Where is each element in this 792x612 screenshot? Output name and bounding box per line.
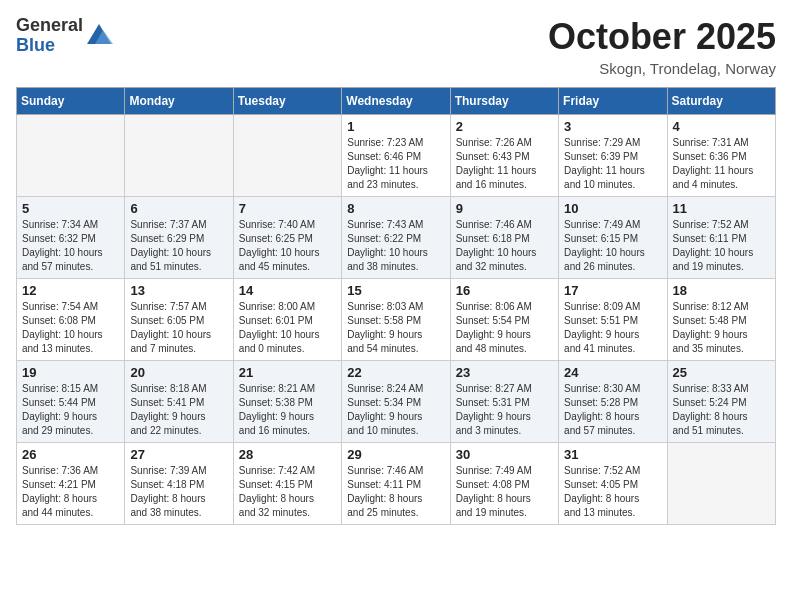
day-info: Sunrise: 8:12 AM Sunset: 5:48 PM Dayligh…	[673, 300, 770, 356]
calendar-cell: 22Sunrise: 8:24 AM Sunset: 5:34 PM Dayli…	[342, 361, 450, 443]
calendar-cell: 8Sunrise: 7:43 AM Sunset: 6:22 PM Daylig…	[342, 197, 450, 279]
calendar-cell: 21Sunrise: 8:21 AM Sunset: 5:38 PM Dayli…	[233, 361, 341, 443]
day-number: 15	[347, 283, 444, 298]
calendar-week-row: 1Sunrise: 7:23 AM Sunset: 6:46 PM Daylig…	[17, 115, 776, 197]
day-number: 17	[564, 283, 661, 298]
calendar-cell: 31Sunrise: 7:52 AM Sunset: 4:05 PM Dayli…	[559, 443, 667, 525]
day-number: 7	[239, 201, 336, 216]
day-info: Sunrise: 7:52 AM Sunset: 6:11 PM Dayligh…	[673, 218, 770, 274]
day-info: Sunrise: 7:29 AM Sunset: 6:39 PM Dayligh…	[564, 136, 661, 192]
logo-blue: Blue	[16, 36, 83, 56]
day-number: 2	[456, 119, 553, 134]
day-number: 21	[239, 365, 336, 380]
calendar-cell: 27Sunrise: 7:39 AM Sunset: 4:18 PM Dayli…	[125, 443, 233, 525]
day-number: 26	[22, 447, 119, 462]
calendar-week-row: 26Sunrise: 7:36 AM Sunset: 4:21 PM Dayli…	[17, 443, 776, 525]
calendar-week-row: 12Sunrise: 7:54 AM Sunset: 6:08 PM Dayli…	[17, 279, 776, 361]
calendar-table: SundayMondayTuesdayWednesdayThursdayFrid…	[16, 87, 776, 525]
day-info: Sunrise: 8:18 AM Sunset: 5:41 PM Dayligh…	[130, 382, 227, 438]
day-number: 27	[130, 447, 227, 462]
day-info: Sunrise: 8:24 AM Sunset: 5:34 PM Dayligh…	[347, 382, 444, 438]
calendar-cell: 30Sunrise: 7:49 AM Sunset: 4:08 PM Dayli…	[450, 443, 558, 525]
col-header-wednesday: Wednesday	[342, 88, 450, 115]
calendar-cell: 6Sunrise: 7:37 AM Sunset: 6:29 PM Daylig…	[125, 197, 233, 279]
day-number: 18	[673, 283, 770, 298]
day-number: 9	[456, 201, 553, 216]
logo-icon	[85, 22, 113, 50]
day-info: Sunrise: 7:42 AM Sunset: 4:15 PM Dayligh…	[239, 464, 336, 520]
day-info: Sunrise: 8:06 AM Sunset: 5:54 PM Dayligh…	[456, 300, 553, 356]
calendar-cell: 24Sunrise: 8:30 AM Sunset: 5:28 PM Dayli…	[559, 361, 667, 443]
calendar-cell	[667, 443, 775, 525]
calendar-cell: 18Sunrise: 8:12 AM Sunset: 5:48 PM Dayli…	[667, 279, 775, 361]
day-info: Sunrise: 7:40 AM Sunset: 6:25 PM Dayligh…	[239, 218, 336, 274]
day-info: Sunrise: 7:49 AM Sunset: 4:08 PM Dayligh…	[456, 464, 553, 520]
day-info: Sunrise: 8:21 AM Sunset: 5:38 PM Dayligh…	[239, 382, 336, 438]
day-number: 11	[673, 201, 770, 216]
day-number: 6	[130, 201, 227, 216]
day-number: 30	[456, 447, 553, 462]
calendar-cell: 7Sunrise: 7:40 AM Sunset: 6:25 PM Daylig…	[233, 197, 341, 279]
day-info: Sunrise: 7:31 AM Sunset: 6:36 PM Dayligh…	[673, 136, 770, 192]
day-number: 22	[347, 365, 444, 380]
calendar-cell: 17Sunrise: 8:09 AM Sunset: 5:51 PM Dayli…	[559, 279, 667, 361]
day-info: Sunrise: 8:30 AM Sunset: 5:28 PM Dayligh…	[564, 382, 661, 438]
logo: General Blue	[16, 16, 117, 56]
location-title: Skogn, Trondelag, Norway	[548, 60, 776, 77]
day-number: 12	[22, 283, 119, 298]
day-info: Sunrise: 8:09 AM Sunset: 5:51 PM Dayligh…	[564, 300, 661, 356]
day-info: Sunrise: 7:39 AM Sunset: 4:18 PM Dayligh…	[130, 464, 227, 520]
calendar-cell: 15Sunrise: 8:03 AM Sunset: 5:58 PM Dayli…	[342, 279, 450, 361]
day-info: Sunrise: 7:34 AM Sunset: 6:32 PM Dayligh…	[22, 218, 119, 274]
calendar-cell: 11Sunrise: 7:52 AM Sunset: 6:11 PM Dayli…	[667, 197, 775, 279]
title-block: October 2025 Skogn, Trondelag, Norway	[548, 16, 776, 77]
day-info: Sunrise: 7:57 AM Sunset: 6:05 PM Dayligh…	[130, 300, 227, 356]
month-title: October 2025	[548, 16, 776, 58]
calendar-cell: 12Sunrise: 7:54 AM Sunset: 6:08 PM Dayli…	[17, 279, 125, 361]
page-header: General Blue October 2025 Skogn, Trondel…	[16, 16, 776, 77]
day-number: 14	[239, 283, 336, 298]
day-info: Sunrise: 8:00 AM Sunset: 6:01 PM Dayligh…	[239, 300, 336, 356]
calendar-cell: 3Sunrise: 7:29 AM Sunset: 6:39 PM Daylig…	[559, 115, 667, 197]
day-number: 28	[239, 447, 336, 462]
day-info: Sunrise: 8:33 AM Sunset: 5:24 PM Dayligh…	[673, 382, 770, 438]
col-header-saturday: Saturday	[667, 88, 775, 115]
logo-general: General	[16, 16, 83, 36]
calendar-cell: 28Sunrise: 7:42 AM Sunset: 4:15 PM Dayli…	[233, 443, 341, 525]
calendar-cell: 5Sunrise: 7:34 AM Sunset: 6:32 PM Daylig…	[17, 197, 125, 279]
calendar-cell: 19Sunrise: 8:15 AM Sunset: 5:44 PM Dayli…	[17, 361, 125, 443]
calendar-header-row: SundayMondayTuesdayWednesdayThursdayFrid…	[17, 88, 776, 115]
calendar-cell: 16Sunrise: 8:06 AM Sunset: 5:54 PM Dayli…	[450, 279, 558, 361]
calendar-cell	[125, 115, 233, 197]
day-number: 24	[564, 365, 661, 380]
calendar-cell: 10Sunrise: 7:49 AM Sunset: 6:15 PM Dayli…	[559, 197, 667, 279]
day-info: Sunrise: 7:26 AM Sunset: 6:43 PM Dayligh…	[456, 136, 553, 192]
col-header-tuesday: Tuesday	[233, 88, 341, 115]
day-info: Sunrise: 7:46 AM Sunset: 6:18 PM Dayligh…	[456, 218, 553, 274]
day-number: 5	[22, 201, 119, 216]
day-number: 16	[456, 283, 553, 298]
day-info: Sunrise: 7:54 AM Sunset: 6:08 PM Dayligh…	[22, 300, 119, 356]
day-number: 31	[564, 447, 661, 462]
day-info: Sunrise: 7:52 AM Sunset: 4:05 PM Dayligh…	[564, 464, 661, 520]
calendar-cell: 14Sunrise: 8:00 AM Sunset: 6:01 PM Dayli…	[233, 279, 341, 361]
calendar-cell: 26Sunrise: 7:36 AM Sunset: 4:21 PM Dayli…	[17, 443, 125, 525]
day-info: Sunrise: 7:37 AM Sunset: 6:29 PM Dayligh…	[130, 218, 227, 274]
day-number: 8	[347, 201, 444, 216]
calendar-cell: 29Sunrise: 7:46 AM Sunset: 4:11 PM Dayli…	[342, 443, 450, 525]
col-header-monday: Monday	[125, 88, 233, 115]
calendar-cell: 23Sunrise: 8:27 AM Sunset: 5:31 PM Dayli…	[450, 361, 558, 443]
col-header-thursday: Thursday	[450, 88, 558, 115]
day-number: 10	[564, 201, 661, 216]
day-info: Sunrise: 8:03 AM Sunset: 5:58 PM Dayligh…	[347, 300, 444, 356]
day-info: Sunrise: 7:43 AM Sunset: 6:22 PM Dayligh…	[347, 218, 444, 274]
day-info: Sunrise: 7:36 AM Sunset: 4:21 PM Dayligh…	[22, 464, 119, 520]
day-info: Sunrise: 7:49 AM Sunset: 6:15 PM Dayligh…	[564, 218, 661, 274]
calendar-cell: 20Sunrise: 8:18 AM Sunset: 5:41 PM Dayli…	[125, 361, 233, 443]
col-header-sunday: Sunday	[17, 88, 125, 115]
day-info: Sunrise: 7:23 AM Sunset: 6:46 PM Dayligh…	[347, 136, 444, 192]
day-number: 23	[456, 365, 553, 380]
day-number: 25	[673, 365, 770, 380]
day-number: 1	[347, 119, 444, 134]
day-number: 13	[130, 283, 227, 298]
